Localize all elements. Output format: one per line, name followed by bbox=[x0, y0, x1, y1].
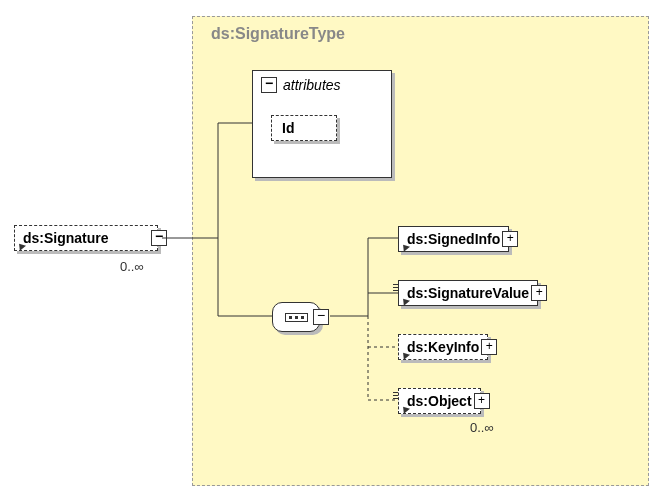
element-keyinfo: ds:KeyInfo + bbox=[398, 334, 488, 360]
expand-icon: + bbox=[502, 231, 518, 247]
attribute-id: Id bbox=[271, 115, 337, 141]
signaturevalue-label: ds:SignatureValue bbox=[407, 285, 529, 301]
object-cardinality: 0..∞ bbox=[470, 420, 494, 435]
expand-icon: + bbox=[474, 393, 490, 409]
object-label: ds:Object bbox=[407, 393, 472, 409]
attributes-header: − attributes bbox=[253, 71, 391, 99]
signedinfo-label: ds:SignedInfo bbox=[407, 231, 500, 247]
type-title: ds:SignatureType bbox=[211, 25, 345, 43]
attributes-header-label: attributes bbox=[283, 77, 341, 93]
collapse-icon: − bbox=[151, 230, 167, 246]
expand-icon: + bbox=[531, 285, 547, 301]
keyinfo-label: ds:KeyInfo bbox=[407, 339, 479, 355]
sequence-icon bbox=[285, 313, 308, 322]
expand-icon: + bbox=[481, 339, 497, 355]
lines-mark-icon bbox=[393, 392, 398, 399]
root-label: ds:Signature bbox=[23, 230, 109, 246]
attributes-icon: − bbox=[261, 77, 277, 93]
expand-icon: − bbox=[313, 309, 329, 325]
element-object: ds:Object + bbox=[398, 388, 481, 414]
attributes-box: − attributes Id bbox=[252, 70, 392, 178]
diagram-container: ds:SignatureType ds:Signature − 0..∞ − a… bbox=[0, 0, 666, 504]
element-signaturevalue: ds:SignatureValue + bbox=[398, 280, 538, 306]
root-element: ds:Signature − bbox=[14, 225, 158, 251]
element-signedinfo: ds:SignedInfo + bbox=[398, 226, 509, 252]
root-cardinality: 0..∞ bbox=[120, 259, 144, 274]
lines-mark-icon bbox=[393, 284, 398, 291]
sequence-compositor: − bbox=[272, 302, 320, 332]
